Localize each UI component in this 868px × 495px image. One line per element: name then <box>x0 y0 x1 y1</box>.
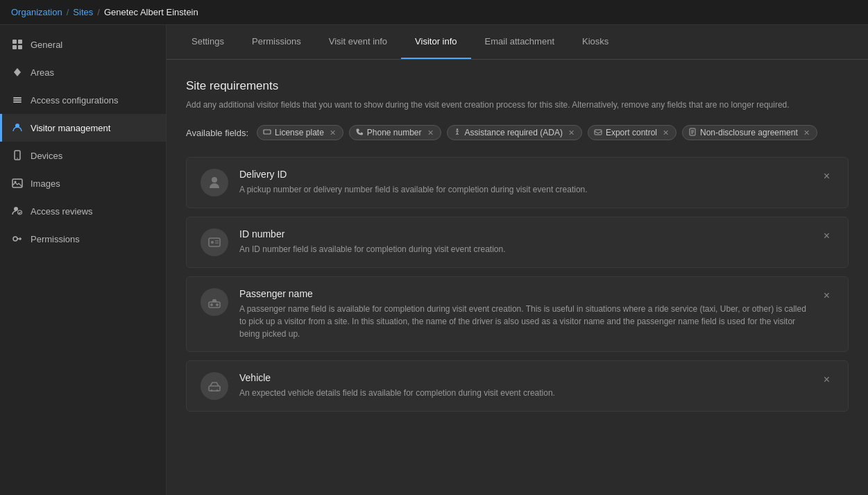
chip-close-export-control[interactable]: ✕ <box>663 128 669 137</box>
card-title-vehicle: Vehicle <box>239 372 808 383</box>
tab-email-attachment[interactable]: Email attachment <box>471 25 568 59</box>
section-desc: Add any additional visitor fields that y… <box>186 99 849 111</box>
svg-rect-10 <box>12 179 22 187</box>
breadcrumb-org[interactable]: Organization <box>11 7 62 17</box>
svg-rect-4 <box>13 97 22 99</box>
chip-close-license-plate[interactable]: ✕ <box>330 128 336 137</box>
permissions-icon <box>11 233 24 245</box>
section-title: Site requirements <box>186 79 849 93</box>
tab-visitor-info[interactable]: Visitor info <box>401 25 470 59</box>
breadcrumb-sep2: / <box>97 7 100 17</box>
breadcrumb-sep1: / <box>67 7 69 17</box>
sidebar-item-areas[interactable]: Areas <box>0 58 166 86</box>
card-desc-vehicle: An expected vehicle details field is ava… <box>239 387 808 399</box>
chip-close-phone-number[interactable]: ✕ <box>427 128 434 137</box>
sidebar-item-permissions[interactable]: Permissions <box>0 225 166 253</box>
chip-label-non-disclosure: Non-disclosure agreement <box>700 128 798 137</box>
svg-rect-1 <box>18 40 22 44</box>
card-desc-delivery-id: A pickup number or delivery number field… <box>239 183 808 196</box>
card-body-delivery-id: Delivery ID A pickup number or delivery … <box>239 169 808 196</box>
chip-close-non-disclosure[interactable]: ✕ <box>803 128 810 137</box>
non-disclosure-chip-icon <box>688 128 697 137</box>
card-body-vehicle: Vehicle An expected vehicle details fiel… <box>239 372 808 399</box>
field-chip-export-control[interactable]: Export control ✕ <box>588 125 676 140</box>
areas-icon <box>11 66 24 78</box>
breadcrumb-sites[interactable]: Sites <box>73 7 93 17</box>
svg-rect-17 <box>595 130 602 135</box>
card-close-passenger-name[interactable]: × <box>819 288 834 303</box>
sidebar-item-general[interactable]: General <box>0 31 166 58</box>
field-cards-list: Delivery ID A pickup number or delivery … <box>186 157 849 412</box>
svg-point-29 <box>216 303 219 306</box>
svg-point-28 <box>210 303 213 306</box>
export-control-chip-icon <box>594 128 602 137</box>
sidebar-label-visitor-management: Visitor management <box>31 123 110 133</box>
card-desc-passenger-name: A passenger name field is available for … <box>239 303 808 340</box>
svg-rect-30 <box>209 386 220 391</box>
sidebar-label-access-reviews: Access reviews <box>31 206 93 217</box>
sidebar-item-images[interactable]: Images <box>0 169 166 197</box>
field-chip-non-disclosure[interactable]: Non-disclosure agreement ✕ <box>682 125 817 140</box>
devices-icon <box>11 149 24 162</box>
card-title-id-number: ID number <box>239 228 808 240</box>
field-card-id-number: ID number An ID number field is availabl… <box>186 217 849 268</box>
card-close-id-number[interactable]: × <box>819 228 834 244</box>
vehicle-card-icon <box>201 372 228 400</box>
sidebar-item-devices[interactable]: Devices <box>0 142 166 169</box>
chip-close-assistance-required[interactable]: ✕ <box>568 128 575 137</box>
sidebar-item-visitor-management[interactable]: Visitor management <box>0 114 166 142</box>
sidebar-label-permissions: Permissions <box>31 234 80 244</box>
svg-point-22 <box>212 177 217 183</box>
field-chip-assistance-required[interactable]: Assistance required (ADA) ✕ <box>447 125 582 140</box>
access-configurations-icon <box>11 94 24 106</box>
passenger-name-card-icon <box>201 288 228 316</box>
svg-point-9 <box>17 158 18 159</box>
images-icon <box>11 177 24 190</box>
general-icon <box>11 38 24 51</box>
sidebar-label-areas: Areas <box>31 67 54 78</box>
id-number-card-icon <box>201 228 228 256</box>
tab-permissions[interactable]: Permissions <box>238 25 315 59</box>
tab-visit-event-info[interactable]: Visit event info <box>315 25 401 59</box>
tab-kiosks[interactable]: Kiosks <box>568 25 622 59</box>
chip-label-export-control: Export control <box>606 128 657 137</box>
sidebar-label-images: Images <box>31 178 60 189</box>
card-desc-id-number: An ID number field is available for comp… <box>239 243 808 255</box>
svg-point-32 <box>216 389 219 392</box>
main-content: SettingsPermissionsVisit event infoVisit… <box>167 25 868 495</box>
chip-label-license-plate: License plate <box>275 128 324 137</box>
sidebar-item-access-reviews[interactable]: Access reviews <box>0 197 166 225</box>
assistance-required-chip-icon <box>453 128 461 137</box>
card-body-passenger-name: Passenger name A passenger name field is… <box>239 288 808 340</box>
svg-point-13 <box>18 210 22 215</box>
field-card-delivery-id: Delivery ID A pickup number or delivery … <box>186 157 849 208</box>
chip-label-phone-number: Phone number <box>367 128 422 137</box>
content-area: Site requirements Add any additional vis… <box>167 60 868 495</box>
sidebar-item-access-configurations[interactable]: Access configurations <box>0 86 166 114</box>
available-fields: Available fields: License plate ✕ Phone … <box>186 125 849 140</box>
available-label: Available fields: <box>186 128 248 138</box>
svg-point-24 <box>211 241 214 244</box>
chip-label-assistance-required: Assistance required (ADA) <box>465 128 563 137</box>
tab-bar: SettingsPermissionsVisit event infoVisit… <box>167 25 868 60</box>
svg-point-16 <box>456 128 457 130</box>
sidebar: General Areas Access configurations Visi… <box>0 25 167 495</box>
tab-settings[interactable]: Settings <box>178 25 238 59</box>
card-body-id-number: ID number An ID number field is availabl… <box>239 228 808 255</box>
svg-rect-2 <box>12 45 17 49</box>
access-reviews-icon <box>11 205 24 217</box>
svg-rect-0 <box>12 40 17 44</box>
card-close-delivery-id[interactable]: × <box>819 169 834 184</box>
svg-rect-15 <box>264 130 271 134</box>
svg-rect-6 <box>13 101 22 103</box>
svg-point-12 <box>14 207 18 211</box>
card-title-passenger-name: Passenger name <box>239 288 808 299</box>
sidebar-label-access-configurations: Access configurations <box>31 95 118 106</box>
breadcrumb-current: Genetec Albert Einstein <box>104 7 198 17</box>
breadcrumb: Organization / Sites / Genetec Albert Ei… <box>0 0 868 25</box>
field-chip-phone-number[interactable]: Phone number ✕ <box>349 125 441 140</box>
field-chip-license-plate[interactable]: License plate ✕ <box>257 125 343 140</box>
svg-rect-23 <box>209 238 220 246</box>
delivery-id-card-icon <box>201 169 228 196</box>
card-close-vehicle[interactable]: × <box>819 372 834 387</box>
